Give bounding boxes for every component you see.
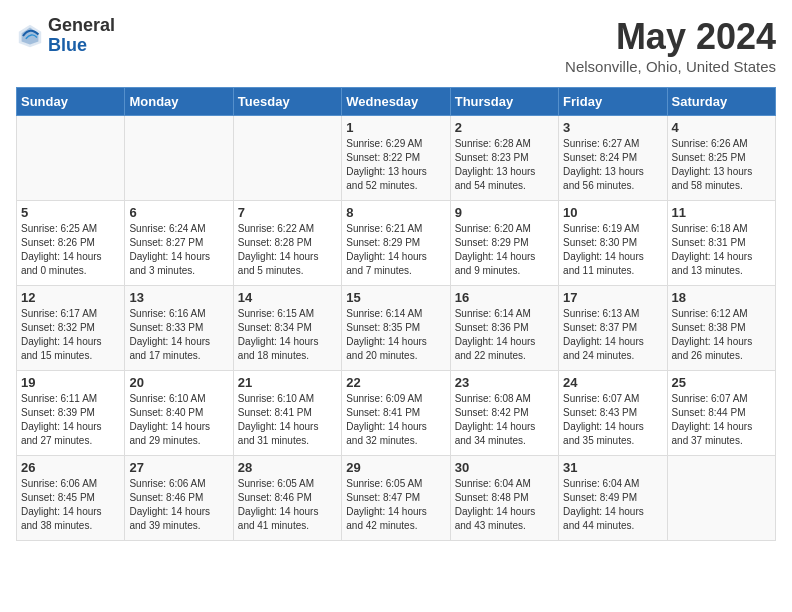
day-number: 31	[563, 460, 662, 475]
day-info: Sunrise: 6:12 AM Sunset: 8:38 PM Dayligh…	[672, 307, 771, 363]
week-row-3: 12Sunrise: 6:17 AM Sunset: 8:32 PM Dayli…	[17, 286, 776, 371]
page-header: General Blue May 2024 Nelsonville, Ohio,…	[16, 16, 776, 75]
day-number: 7	[238, 205, 337, 220]
logo-blue: Blue	[48, 35, 87, 55]
weekday-header-tuesday: Tuesday	[233, 88, 341, 116]
day-cell: 24Sunrise: 6:07 AM Sunset: 8:43 PM Dayli…	[559, 371, 667, 456]
day-cell: 31Sunrise: 6:04 AM Sunset: 8:49 PM Dayli…	[559, 456, 667, 541]
day-info: Sunrise: 6:24 AM Sunset: 8:27 PM Dayligh…	[129, 222, 228, 278]
day-number: 19	[21, 375, 120, 390]
day-info: Sunrise: 6:17 AM Sunset: 8:32 PM Dayligh…	[21, 307, 120, 363]
day-cell: 11Sunrise: 6:18 AM Sunset: 8:31 PM Dayli…	[667, 201, 775, 286]
day-info: Sunrise: 6:08 AM Sunset: 8:42 PM Dayligh…	[455, 392, 554, 448]
logo: General Blue	[16, 16, 115, 56]
day-info: Sunrise: 6:14 AM Sunset: 8:36 PM Dayligh…	[455, 307, 554, 363]
day-cell: 15Sunrise: 6:14 AM Sunset: 8:35 PM Dayli…	[342, 286, 450, 371]
day-number: 11	[672, 205, 771, 220]
day-info: Sunrise: 6:10 AM Sunset: 8:40 PM Dayligh…	[129, 392, 228, 448]
day-cell: 25Sunrise: 6:07 AM Sunset: 8:44 PM Dayli…	[667, 371, 775, 456]
day-cell: 28Sunrise: 6:05 AM Sunset: 8:46 PM Dayli…	[233, 456, 341, 541]
day-number: 8	[346, 205, 445, 220]
day-info: Sunrise: 6:19 AM Sunset: 8:30 PM Dayligh…	[563, 222, 662, 278]
day-info: Sunrise: 6:18 AM Sunset: 8:31 PM Dayligh…	[672, 222, 771, 278]
day-info: Sunrise: 6:13 AM Sunset: 8:37 PM Dayligh…	[563, 307, 662, 363]
day-number: 5	[21, 205, 120, 220]
day-number: 13	[129, 290, 228, 305]
day-cell: 14Sunrise: 6:15 AM Sunset: 8:34 PM Dayli…	[233, 286, 341, 371]
day-info: Sunrise: 6:09 AM Sunset: 8:41 PM Dayligh…	[346, 392, 445, 448]
day-cell: 3Sunrise: 6:27 AM Sunset: 8:24 PM Daylig…	[559, 116, 667, 201]
day-info: Sunrise: 6:05 AM Sunset: 8:47 PM Dayligh…	[346, 477, 445, 533]
day-number: 12	[21, 290, 120, 305]
day-info: Sunrise: 6:11 AM Sunset: 8:39 PM Dayligh…	[21, 392, 120, 448]
day-cell: 27Sunrise: 6:06 AM Sunset: 8:46 PM Dayli…	[125, 456, 233, 541]
day-cell: 23Sunrise: 6:08 AM Sunset: 8:42 PM Dayli…	[450, 371, 558, 456]
week-row-4: 19Sunrise: 6:11 AM Sunset: 8:39 PM Dayli…	[17, 371, 776, 456]
day-cell: 18Sunrise: 6:12 AM Sunset: 8:38 PM Dayli…	[667, 286, 775, 371]
location: Nelsonville, Ohio, United States	[565, 58, 776, 75]
logo-icon	[16, 22, 44, 50]
day-info: Sunrise: 6:25 AM Sunset: 8:26 PM Dayligh…	[21, 222, 120, 278]
day-number: 14	[238, 290, 337, 305]
day-cell: 9Sunrise: 6:20 AM Sunset: 8:29 PM Daylig…	[450, 201, 558, 286]
day-cell: 12Sunrise: 6:17 AM Sunset: 8:32 PM Dayli…	[17, 286, 125, 371]
day-number: 15	[346, 290, 445, 305]
day-info: Sunrise: 6:04 AM Sunset: 8:49 PM Dayligh…	[563, 477, 662, 533]
day-number: 10	[563, 205, 662, 220]
day-info: Sunrise: 6:07 AM Sunset: 8:43 PM Dayligh…	[563, 392, 662, 448]
day-number: 6	[129, 205, 228, 220]
day-number: 26	[21, 460, 120, 475]
day-cell: 20Sunrise: 6:10 AM Sunset: 8:40 PM Dayli…	[125, 371, 233, 456]
day-number: 22	[346, 375, 445, 390]
day-number: 16	[455, 290, 554, 305]
day-info: Sunrise: 6:07 AM Sunset: 8:44 PM Dayligh…	[672, 392, 771, 448]
day-info: Sunrise: 6:10 AM Sunset: 8:41 PM Dayligh…	[238, 392, 337, 448]
title-block: May 2024 Nelsonville, Ohio, United State…	[565, 16, 776, 75]
day-info: Sunrise: 6:27 AM Sunset: 8:24 PM Dayligh…	[563, 137, 662, 193]
day-number: 4	[672, 120, 771, 135]
week-row-2: 5Sunrise: 6:25 AM Sunset: 8:26 PM Daylig…	[17, 201, 776, 286]
day-number: 25	[672, 375, 771, 390]
day-cell: 5Sunrise: 6:25 AM Sunset: 8:26 PM Daylig…	[17, 201, 125, 286]
day-cell: 16Sunrise: 6:14 AM Sunset: 8:36 PM Dayli…	[450, 286, 558, 371]
month-title: May 2024	[565, 16, 776, 58]
day-cell: 30Sunrise: 6:04 AM Sunset: 8:48 PM Dayli…	[450, 456, 558, 541]
day-info: Sunrise: 6:16 AM Sunset: 8:33 PM Dayligh…	[129, 307, 228, 363]
day-number: 1	[346, 120, 445, 135]
logo-text: General Blue	[48, 16, 115, 56]
day-info: Sunrise: 6:15 AM Sunset: 8:34 PM Dayligh…	[238, 307, 337, 363]
day-number: 23	[455, 375, 554, 390]
weekday-header-sunday: Sunday	[17, 88, 125, 116]
day-cell	[17, 116, 125, 201]
day-cell: 22Sunrise: 6:09 AM Sunset: 8:41 PM Dayli…	[342, 371, 450, 456]
day-info: Sunrise: 6:29 AM Sunset: 8:22 PM Dayligh…	[346, 137, 445, 193]
day-cell: 7Sunrise: 6:22 AM Sunset: 8:28 PM Daylig…	[233, 201, 341, 286]
day-info: Sunrise: 6:06 AM Sunset: 8:46 PM Dayligh…	[129, 477, 228, 533]
day-number: 29	[346, 460, 445, 475]
day-number: 27	[129, 460, 228, 475]
week-row-1: 1Sunrise: 6:29 AM Sunset: 8:22 PM Daylig…	[17, 116, 776, 201]
week-row-5: 26Sunrise: 6:06 AM Sunset: 8:45 PM Dayli…	[17, 456, 776, 541]
day-cell: 8Sunrise: 6:21 AM Sunset: 8:29 PM Daylig…	[342, 201, 450, 286]
day-number: 30	[455, 460, 554, 475]
day-number: 3	[563, 120, 662, 135]
day-info: Sunrise: 6:20 AM Sunset: 8:29 PM Dayligh…	[455, 222, 554, 278]
day-cell: 6Sunrise: 6:24 AM Sunset: 8:27 PM Daylig…	[125, 201, 233, 286]
day-info: Sunrise: 6:04 AM Sunset: 8:48 PM Dayligh…	[455, 477, 554, 533]
weekday-header-wednesday: Wednesday	[342, 88, 450, 116]
day-cell: 10Sunrise: 6:19 AM Sunset: 8:30 PM Dayli…	[559, 201, 667, 286]
logo-general: General	[48, 15, 115, 35]
day-cell	[233, 116, 341, 201]
day-cell: 21Sunrise: 6:10 AM Sunset: 8:41 PM Dayli…	[233, 371, 341, 456]
day-cell: 29Sunrise: 6:05 AM Sunset: 8:47 PM Dayli…	[342, 456, 450, 541]
day-cell: 1Sunrise: 6:29 AM Sunset: 8:22 PM Daylig…	[342, 116, 450, 201]
day-cell: 26Sunrise: 6:06 AM Sunset: 8:45 PM Dayli…	[17, 456, 125, 541]
day-number: 24	[563, 375, 662, 390]
day-info: Sunrise: 6:26 AM Sunset: 8:25 PM Dayligh…	[672, 137, 771, 193]
weekday-header-friday: Friday	[559, 88, 667, 116]
day-number: 2	[455, 120, 554, 135]
weekday-header-saturday: Saturday	[667, 88, 775, 116]
weekday-header-thursday: Thursday	[450, 88, 558, 116]
day-info: Sunrise: 6:14 AM Sunset: 8:35 PM Dayligh…	[346, 307, 445, 363]
day-info: Sunrise: 6:06 AM Sunset: 8:45 PM Dayligh…	[21, 477, 120, 533]
